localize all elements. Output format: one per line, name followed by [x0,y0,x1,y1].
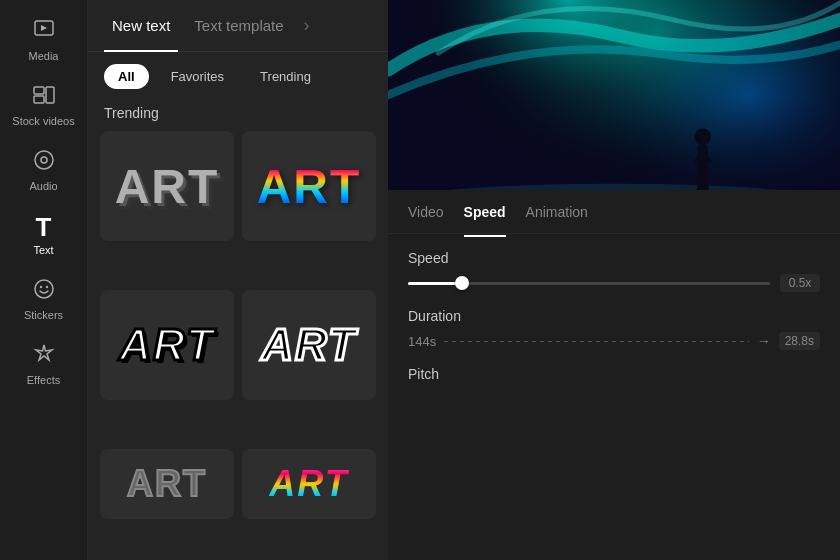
sidebar-item-audio-label: Audio [29,180,57,193]
speed-label: Speed [408,250,820,266]
tab-more-icon[interactable]: › [304,15,310,36]
duration-end: 28.8s [779,332,820,350]
style-card-colorful-partial[interactable]: ART [242,449,376,519]
stock-videos-icon [32,83,56,111]
tab-text-template[interactable]: Text template [186,13,291,38]
art-outlined2-label: ART [261,320,357,370]
media-icon [32,18,56,46]
speed-section: Speed 0.5x [408,250,820,292]
style-card-gray-outline[interactable]: ART [100,449,234,519]
art-partial-label: ART [127,463,207,505]
svg-point-6 [41,157,47,163]
svg-rect-4 [46,87,54,103]
svg-marker-1 [41,25,47,31]
sidebar-item-stickers[interactable]: Stickers [4,267,84,332]
main-panel: New text Text template › All Favorites T… [88,0,388,560]
sidebar: Media Stock videos Audio T Text [0,0,88,560]
svg-rect-2 [34,87,44,94]
art-3d-label: ART [115,159,220,214]
duration-start: 144s [408,334,436,349]
style-card-rainbow[interactable]: ART [242,131,376,241]
aurora-background [388,0,840,190]
svg-point-7 [35,280,53,298]
svg-point-17 [694,128,711,145]
svg-rect-3 [34,96,44,103]
right-panel: Video Speed Animation Speed 0.5x Duratio… [388,0,840,560]
art-colorful-partial-label: ART [269,463,348,505]
trending-heading: Trending [88,101,388,131]
speed-value: 0.5x [780,274,820,292]
speed-slider-thumb[interactable] [455,276,469,290]
duration-line [444,341,748,342]
preview-container [388,0,840,190]
sidebar-item-audio[interactable]: Audio [4,138,84,203]
duration-arrow-icon: → [757,333,771,349]
duration-label: Duration [408,308,820,324]
art-rainbow-label: ART [257,159,362,214]
speed-slider-fill [408,282,462,285]
style-grid: ART ART ART ART ART ART [88,131,388,560]
right-tabs: Video Speed Animation [388,190,840,234]
svg-point-9 [45,286,47,288]
style-card-3d[interactable]: ART [100,131,234,241]
right-tab-video[interactable]: Video [408,200,444,224]
svg-point-5 [35,151,53,169]
art-outlined-label: ART [119,320,215,370]
style-card-outlined2[interactable]: ART [242,290,376,400]
pitch-section: Pitch [408,366,820,390]
right-tab-animation[interactable]: Animation [526,200,588,224]
tab-new-text[interactable]: New text [104,13,178,38]
cursor [242,191,244,219]
svg-point-8 [39,286,41,288]
duration-row: 144s → 28.8s [408,332,820,350]
stickers-icon [32,277,56,305]
sidebar-item-text-label: Text [33,244,53,257]
sidebar-item-media-label: Media [29,50,59,63]
style-card-outlined[interactable]: ART [100,290,234,400]
speed-slider-row: 0.5x [408,274,820,292]
right-tab-speed[interactable]: Speed [464,200,506,224]
filter-all-button[interactable]: All [104,64,149,89]
sidebar-item-media[interactable]: Media [4,8,84,73]
filter-favorites-button[interactable]: Favorites [157,64,238,89]
sidebar-item-effects-label: Effects [27,374,60,387]
effects-icon [32,342,56,370]
aurora-svg [388,0,840,190]
filter-row: All Favorites Trending [88,52,388,101]
sidebar-item-stock-videos-label: Stock videos [12,115,74,128]
sidebar-item-stickers-label: Stickers [24,309,63,322]
speed-slider-track[interactable] [408,282,770,285]
text-icon: T [36,214,52,240]
tab-bar: New text Text template › [88,0,388,52]
sidebar-item-text[interactable]: T Text [4,204,84,267]
audio-icon [32,148,56,176]
filter-trending-button[interactable]: Trending [246,64,325,89]
duration-section: Duration 144s → 28.8s [408,308,820,350]
controls-area: Speed 0.5x Duration 144s → 28.8s Pitch [388,234,840,406]
sidebar-item-effects[interactable]: Effects [4,332,84,397]
sidebar-item-stock-videos[interactable]: Stock videos [4,73,84,138]
pitch-label: Pitch [408,366,820,382]
